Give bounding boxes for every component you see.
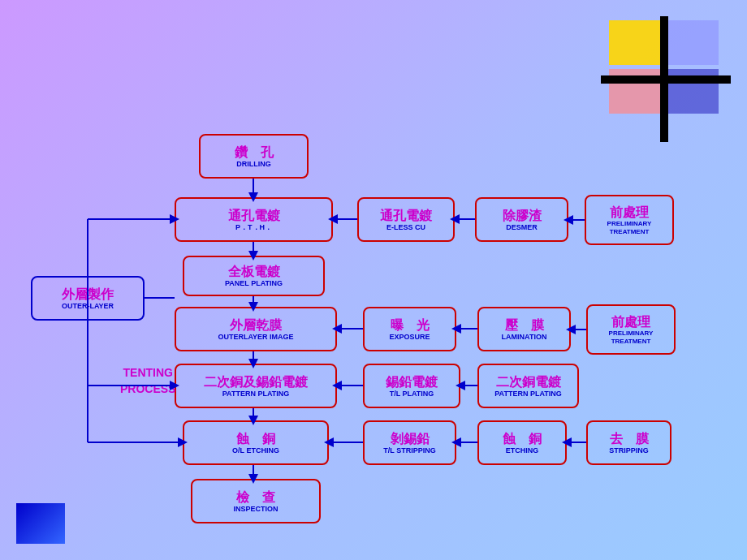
tl-plating-box: 錫鉛電鍍 T/L PLATING: [363, 364, 460, 408]
svg-rect-3: [666, 20, 719, 65]
ol-etching-chinese: 蝕 銅: [236, 431, 275, 446]
inspection-chinese: 檢 查: [236, 489, 275, 505]
prelim2-chinese: 前處理: [611, 314, 650, 330]
desmer-chinese: 除膠渣: [503, 208, 542, 223]
pattern-plating2-box: 二次銅電鍍 PATTERN PLATING: [477, 364, 579, 408]
etching2-box: 蝕 銅 ETCHING: [477, 420, 567, 465]
eless-cu-english: E-LESS CU: [386, 223, 425, 232]
exposure-english: EXPOSURE: [389, 333, 430, 342]
panel-chinese: 全板電鍍: [228, 264, 280, 279]
lamination-box: 壓 膜 LAMINATION: [477, 307, 571, 351]
tl-stripping-chinese: 剝錫鉛: [391, 431, 430, 446]
decorative-squares: [601, 16, 731, 146]
exposure-box: 曝 光 EXPOSURE: [363, 307, 456, 351]
pattern-english: PATTERN PLATING: [222, 390, 290, 398]
lamination-english: LAMINATION: [502, 333, 547, 342]
pth-chinese: 通孔電鍍: [228, 208, 280, 223]
prelim1-box: 前處理 PRELIMINARY TREATMENT: [585, 195, 674, 245]
eless-cu-chinese: 通孔電鍍: [380, 208, 432, 223]
tl-plating-chinese: 錫鉛電鍍: [386, 374, 438, 390]
tl-stripping-english: T/L STRIPPING: [383, 446, 435, 455]
stripping-chinese: 去 膜: [610, 431, 649, 446]
prelim2-english: PRELIMINARY TREATMENT: [609, 330, 654, 345]
desmer-english: DESMER: [506, 223, 538, 232]
pattern-plating2-chinese: 二次銅電鍍: [496, 374, 561, 390]
eless-cu-box: 通孔電鍍 E-LESS CU: [357, 197, 455, 242]
desmer-box: 除膠渣 DESMER: [475, 197, 568, 242]
pattern-plating2-english: PATTERN PLATING: [494, 390, 562, 398]
tl-stripping-box: 剝錫鉛 T/L STRIPPING: [363, 420, 456, 465]
outer-layer-english: OUTER-LAYER: [62, 302, 114, 311]
outerlayer-english: OUTERLAYER IMAGE: [218, 333, 293, 342]
etching2-english: ETCHING: [506, 446, 539, 455]
stripping-english: STRIPPING: [609, 446, 649, 455]
exposure-chinese: 曝 光: [391, 317, 430, 333]
pth-box: 通孔電鍍 P．T．H．: [175, 197, 333, 242]
inspection-box: 檢 查 INSPECTION: [191, 479, 321, 523]
lamination-chinese: 壓 膜: [505, 317, 544, 333]
pattern-chinese: 二次銅及錫鉛電鍍: [204, 374, 308, 390]
ol-etching-box: 蝕 銅 O/L ETCHING: [183, 420, 329, 465]
drilling-box: 鑽 孔 DRILLING: [199, 134, 309, 179]
pattern-plating-box: 二次銅及錫鉛電鍍 PATTERN PLATING: [175, 364, 337, 408]
drilling-chinese: 鑽 孔: [235, 144, 274, 160]
drilling-english: DRILLING: [236, 160, 271, 169]
etching2-chinese: 蝕 銅: [503, 431, 542, 446]
svg-rect-0: [609, 20, 662, 65]
tl-plating-english: T/L PLATING: [390, 390, 434, 398]
svg-rect-5: [601, 75, 731, 84]
pth-english: P．T．H．: [235, 223, 272, 232]
stripping-box: 去 膜 STRIPPING: [586, 420, 671, 465]
panel-plating-box: 全板電鍍 PANEL PLATING: [183, 256, 325, 296]
panel-english: PANEL PLATING: [225, 279, 283, 288]
outerlayer-box: 外層乾膜 OUTERLAYER IMAGE: [175, 307, 337, 351]
ol-etching-english: O/L ETCHING: [232, 446, 279, 455]
prelim2-box: 前處理 PRELIMINARY TREATMENT: [586, 304, 676, 355]
outer-layer-box: 外層製作 OUTER-LAYER: [31, 276, 145, 321]
blue-decorative-square: [16, 503, 65, 544]
tenting-label: TENTING PROCESS: [120, 365, 175, 397]
prelim1-english: PRELIMINARY TREATMENT: [607, 220, 652, 235]
outerlayer-chinese: 外層乾膜: [230, 317, 282, 333]
outer-layer-chinese: 外層製作: [62, 286, 114, 302]
inspection-english: INSPECTION: [233, 505, 278, 514]
prelim1-chinese: 前處理: [610, 205, 649, 220]
